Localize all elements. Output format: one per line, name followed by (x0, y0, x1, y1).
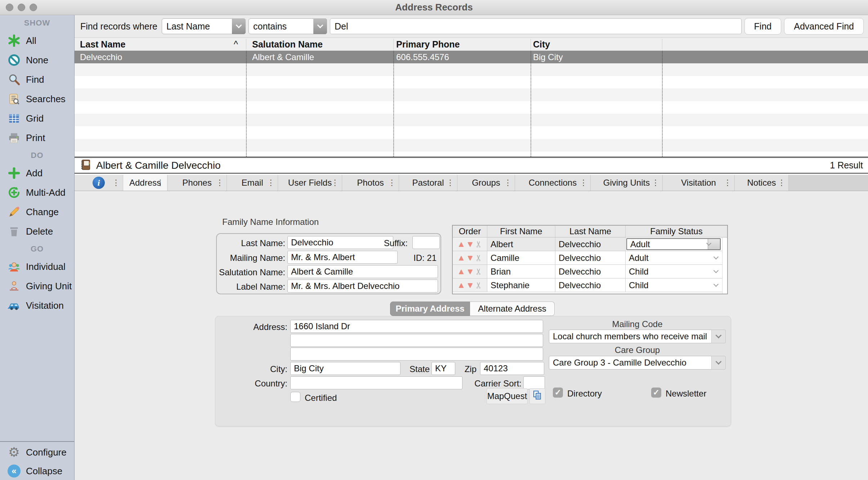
copy-address-button[interactable] (529, 388, 545, 404)
tab-user-fields[interactable]: User Fields⋮ (278, 175, 342, 191)
search-input[interactable]: Del (330, 18, 742, 34)
move-up-icon[interactable]: ▲ (457, 240, 465, 248)
tab-options-icon[interactable]: ⋮ (580, 178, 587, 187)
move-up-icon[interactable]: ▲ (457, 254, 465, 262)
tab-connections[interactable]: Connections⋮ (515, 175, 591, 191)
field-dropdown[interactable]: Last Name (162, 18, 246, 34)
mailing-name-field[interactable]: Mr. & Mrs. Albert (287, 251, 398, 264)
tab-groups[interactable]: Groups⋮ (457, 175, 515, 191)
move-down-icon[interactable]: ▼ (466, 281, 474, 289)
results-list[interactable] (75, 63, 868, 157)
member-last-name[interactable]: Delvecchio (555, 265, 626, 278)
tab-options-icon[interactable]: ⋮ (156, 178, 164, 187)
sidebar-item-individual[interactable]: Individual (0, 257, 74, 276)
member-status-dropdown[interactable]: Adult (626, 251, 727, 264)
member-first-name[interactable]: Camille (487, 251, 555, 264)
state-field[interactable]: KY (431, 362, 455, 375)
tab-options-icon[interactable]: ⋮ (652, 178, 659, 187)
column-salutation[interactable]: Salutation Name (252, 39, 323, 50)
member-last-name[interactable]: Delvecchio (555, 251, 626, 264)
cut-icon[interactable]: ✂ (474, 281, 484, 289)
tab-options-icon[interactable]: ⋮ (446, 178, 454, 187)
salutation-field[interactable]: Albert & Camille (287, 265, 438, 278)
member-status-dropdown[interactable]: Child (626, 279, 727, 292)
members-scrollbar[interactable] (722, 237, 727, 294)
sidebar-item-searches[interactable]: Searches (0, 89, 74, 109)
move-down-icon[interactable]: ▼ (466, 268, 474, 276)
sidebar-item-visitation[interactable]: Visitation (0, 296, 74, 315)
member-first-name[interactable]: Brian (487, 265, 555, 278)
sidebar-item-giving-unit[interactable]: Giving Unit (0, 276, 74, 296)
zip-field[interactable]: 40123 (480, 362, 544, 375)
directory-checkbox[interactable]: ✓ (553, 388, 563, 398)
suffix-field[interactable] (412, 236, 440, 249)
tab-options-icon[interactable]: ⋮ (216, 178, 224, 187)
window-minimize-button[interactable] (18, 4, 25, 11)
tab-options-icon[interactable]: ⋮ (267, 178, 275, 187)
mapquest-button[interactable]: MapQuest (487, 388, 528, 404)
tab-options-icon[interactable]: ⋮ (778, 178, 786, 187)
member-status-dropdown[interactable]: Child (626, 265, 727, 278)
column-last-name[interactable]: Last Name (80, 39, 125, 50)
sidebar-item-all[interactable]: All (0, 31, 74, 50)
sidebar-item-change[interactable]: Change (0, 202, 74, 222)
member-last-name[interactable]: Delvecchio (555, 279, 626, 292)
member-first-name[interactable]: Stephanie (487, 279, 555, 292)
tab-email[interactable]: Email⋮ (227, 175, 278, 191)
sidebar-item-delete[interactable]: Delete (0, 222, 74, 241)
mailing-code-dropdown[interactable]: Local church members who receive mail (549, 330, 726, 343)
tab-pastoral[interactable]: Pastoral⋮ (399, 175, 457, 191)
cut-icon[interactable]: ✂ (474, 268, 484, 275)
address-line2-field[interactable] (290, 334, 543, 347)
sidebar-item-grid[interactable]: Grid (0, 109, 74, 128)
column-city[interactable]: City (533, 39, 550, 50)
tab-options-icon[interactable]: ⋮ (504, 178, 512, 187)
tab-alternate-address[interactable]: Alternate Address (470, 302, 555, 316)
advanced-find-button[interactable]: Advanced Find (784, 18, 864, 35)
move-down-icon[interactable]: ▼ (466, 240, 474, 248)
sidebar-item-add[interactable]: Add (0, 163, 74, 183)
window-close-button[interactable] (6, 4, 13, 11)
tab-options-icon[interactable]: ⋮ (112, 178, 120, 187)
move-up-icon[interactable]: ▲ (457, 268, 465, 276)
tab-phones[interactable]: Phones⋮ (167, 175, 227, 191)
certified-checkbox[interactable] (290, 392, 300, 402)
tab-options-icon[interactable]: ⋮ (388, 178, 396, 187)
tab-photos[interactable]: Photos⋮ (342, 175, 399, 191)
find-button[interactable]: Find (744, 18, 782, 35)
sidebar-item-find[interactable]: Find (0, 70, 74, 89)
care-group-dropdown[interactable]: Care Group 3 - Camille Delvecchio (549, 356, 726, 370)
address-line3-field[interactable] (290, 348, 543, 361)
cut-icon[interactable]: ✂ (474, 240, 484, 248)
tab-primary-address[interactable]: Primary Address (390, 302, 470, 316)
cut-icon[interactable]: ✂ (474, 254, 484, 261)
tab-visitation[interactable]: Visitation⋮ (663, 175, 735, 191)
address-line1-field[interactable]: 1660 Island Dr (290, 320, 543, 333)
results-header[interactable]: Last Name ^ Salutation Name Primary Phon… (75, 38, 868, 51)
sidebar-item-configure[interactable]: ⚙ Configure (0, 443, 74, 461)
member-first-name[interactable]: Albert (487, 237, 555, 251)
operator-dropdown[interactable]: contains (249, 18, 327, 34)
tab-options-icon[interactable]: ⋮ (331, 178, 339, 187)
tab-options-icon[interactable]: ⋮ (724, 178, 731, 187)
member-status-dropdown[interactable]: Adult (626, 237, 727, 251)
result-row-selected[interactable]: Delvecchio Albert & Camille 606.555.4576… (75, 51, 868, 63)
move-up-icon[interactable]: ▲ (457, 281, 465, 289)
column-phone[interactable]: Primary Phone (396, 39, 460, 50)
sidebar-item-collapse[interactable]: « Collapse (0, 461, 74, 480)
member-last-name[interactable]: Delvecchio (555, 237, 626, 251)
label-name-field[interactable]: Mr. & Mrs. Albert Delvecchio (287, 280, 438, 293)
carrier-sort-field[interactable] (523, 376, 545, 389)
sidebar-item-none[interactable]: None (0, 50, 74, 70)
tab-info[interactable]: i ⋮ (75, 175, 123, 191)
tab-giving-units[interactable]: Giving Units⋮ (591, 175, 663, 191)
move-down-icon[interactable]: ▼ (466, 254, 474, 262)
window-zoom-button[interactable] (30, 4, 37, 11)
newsletter-checkbox[interactable]: ✓ (651, 388, 661, 398)
tab-notices[interactable]: Notices⋮ (735, 175, 789, 191)
city-field[interactable]: Big City (290, 362, 401, 375)
tab-address[interactable]: Address⋮ (123, 175, 167, 191)
chevron-down-icon[interactable] (708, 239, 720, 249)
sidebar-item-multi-add[interactable]: Multi-Add (0, 183, 74, 202)
sidebar-item-print[interactable]: Print (0, 128, 74, 148)
